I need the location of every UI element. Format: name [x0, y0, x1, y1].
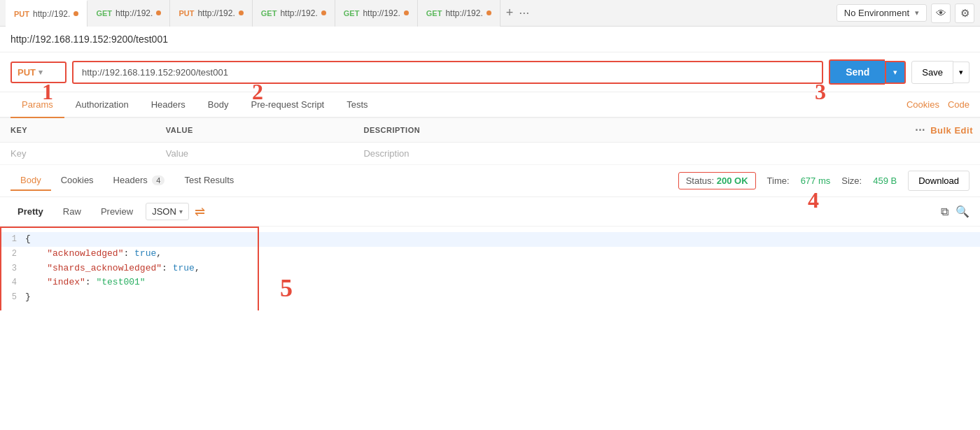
tab-2-method: GET: [96, 9, 112, 17]
size-value: 459 B: [873, 175, 897, 186]
cookies-link[interactable]: Cookies: [906, 99, 939, 110]
gear-icon-btn[interactable]: ⚙: [955, 3, 974, 23]
tab-1[interactable]: PUT http://192.: [6, 0, 88, 27]
send-btn-group: Send ▾: [829, 59, 906, 85]
col-key-header: KEY: [0, 118, 155, 143]
tab-3-url: http://192.: [197, 8, 234, 18]
resp-tab-body[interactable]: Body: [10, 171, 51, 191]
code-link[interactable]: Code: [948, 99, 969, 110]
status-box: Status: 200 OK: [678, 172, 756, 189]
req-tabs-right: Cookies Code: [906, 99, 969, 110]
tab-6-dot: [486, 10, 491, 15]
code-area: 1 { 2 "acknowledged": true, 3 "shards_ac…: [0, 227, 980, 310]
col-value-header: VALUE: [155, 118, 354, 143]
url-display-bar: http://192.168.119.152:9200/test001: [0, 27, 980, 52]
col-actions-header: ··· Bulk Edit: [671, 118, 980, 143]
bulk-edit-btn[interactable]: Bulk Edit: [930, 125, 973, 136]
code-line-1: 1 {: [0, 232, 980, 247]
tab-6[interactable]: GET http://192.: [418, 0, 500, 27]
url-input[interactable]: [72, 61, 823, 84]
env-selector[interactable]: No Environment ▾: [836, 4, 927, 22]
format-select[interactable]: JSON ▾: [146, 203, 189, 220]
line-content-3: "shards_acknowledged": true,: [25, 261, 980, 276]
tab-1-dot: [74, 11, 78, 16]
param-actions-cell: [671, 143, 980, 165]
tab-actions[interactable]: + ···: [506, 6, 530, 20]
tab-4-dot: [321, 10, 326, 15]
eye-icon: 👁: [936, 7, 946, 19]
tab-prerequest[interactable]: Pre-request Script: [239, 92, 335, 118]
env-chevron-icon: ▾: [915, 8, 919, 17]
size-label: Size:: [841, 175, 862, 186]
tab-body[interactable]: Body: [197, 92, 240, 118]
more-tabs-icon[interactable]: ···: [519, 6, 529, 20]
fmt-raw-btn[interactable]: Raw: [56, 203, 88, 220]
tab-3-dot: [239, 10, 244, 15]
wrap-button[interactable]: ⇌: [195, 204, 205, 220]
resp-tab-cookies[interactable]: Cookies: [51, 171, 104, 191]
send-dropdown-button[interactable]: ▾: [885, 61, 906, 84]
format-bar: Pretty Raw Preview JSON ▾ ⇌ ⧉ 🔍: [0, 197, 980, 227]
tab-3-method: PUT: [178, 9, 194, 17]
tab-6-method: GET: [426, 9, 442, 17]
code-line-3: 3 "shards_acknowledged": true,: [0, 261, 980, 276]
save-btn-group: Save ▾: [911, 61, 969, 84]
code-line-4: 4 "index": "test001": [0, 275, 980, 290]
tab-5-dot: [404, 10, 409, 15]
param-desc-cell: Description: [353, 143, 671, 165]
method-label: PUT: [18, 67, 36, 78]
line-content-5: }: [25, 290, 980, 305]
send-button[interactable]: Send: [829, 59, 885, 85]
line-content-1: {: [25, 232, 980, 247]
param-value-cell: Value: [155, 143, 354, 165]
time-value: 677 ms: [801, 175, 831, 186]
env-label: No Environment: [844, 8, 909, 18]
url-display-text: http://192.168.119.152:9200/test001: [10, 34, 168, 45]
tab-1-url: http://192.: [33, 9, 70, 19]
resp-tabs-bar: Body Cookies Headers 4 Test Results Stat…: [0, 165, 980, 197]
method-selector[interactable]: PUT ▾: [10, 62, 66, 83]
tab-tests[interactable]: Tests: [335, 92, 379, 118]
headers-badge: 4: [152, 175, 164, 185]
tab-authorization[interactable]: Authorization: [64, 92, 140, 118]
line-num-5: 5: [0, 291, 25, 304]
tab-headers[interactable]: Headers: [140, 92, 197, 118]
fmt-preview-btn[interactable]: Preview: [94, 203, 140, 220]
search-icon[interactable]: 🔍: [955, 205, 969, 218]
tab-6-url: http://192.: [445, 8, 482, 18]
method-chevron-icon: ▾: [38, 68, 43, 77]
line-num-1: 1: [0, 233, 25, 246]
resp-right: Status: 200 OK Time: 677 ms Size: 459 B …: [678, 171, 969, 191]
save-button[interactable]: Save: [911, 61, 953, 84]
code-line-2: 2 "acknowledged": true,: [0, 247, 980, 261]
req-tabs: Params Authorization Headers Body Pre-re…: [0, 92, 980, 118]
resp-tab-headers[interactable]: Headers 4: [104, 171, 175, 191]
download-button[interactable]: Download: [908, 171, 969, 191]
copy-icon[interactable]: ⧉: [941, 206, 948, 218]
params-table: KEY VALUE DESCRIPTION ··· Bulk Edit Key …: [0, 118, 980, 165]
request-bar: PUT ▾ Send ▾ Save ▾ 1 2 3: [0, 52, 980, 92]
save-dropdown-button[interactable]: ▾: [953, 62, 969, 83]
tab-2-url: http://192.: [115, 8, 153, 18]
line-num-2: 2: [0, 248, 25, 261]
eye-icon-btn[interactable]: 👁: [931, 3, 951, 23]
tab-5[interactable]: GET http://192.: [335, 0, 418, 27]
tab-4[interactable]: GET http://192.: [253, 0, 335, 27]
format-chevron-icon: ▾: [179, 208, 183, 215]
tab-params[interactable]: Params: [10, 92, 64, 118]
line-content-4: "index": "test001": [25, 275, 980, 290]
tab-3[interactable]: PUT http://192.: [170, 0, 252, 27]
param-key-cell: Key: [0, 143, 155, 165]
tab-2-dot: [156, 10, 161, 15]
format-label: JSON: [152, 206, 176, 217]
tab-5-method: GET: [344, 9, 360, 17]
line-content-2: "acknowledged": true,: [25, 247, 980, 261]
more-dots-icon[interactable]: ···: [915, 124, 925, 136]
fmt-bar-right: ⧉ 🔍: [941, 205, 969, 218]
new-tab-icon[interactable]: +: [506, 6, 514, 20]
tab-2[interactable]: GET http://192.: [88, 0, 170, 27]
resp-tab-testresults[interactable]: Test Results: [174, 171, 244, 191]
time-label: Time:: [767, 175, 790, 186]
tab-1-method: PUT: [14, 10, 29, 18]
fmt-pretty-btn[interactable]: Pretty: [10, 203, 50, 220]
